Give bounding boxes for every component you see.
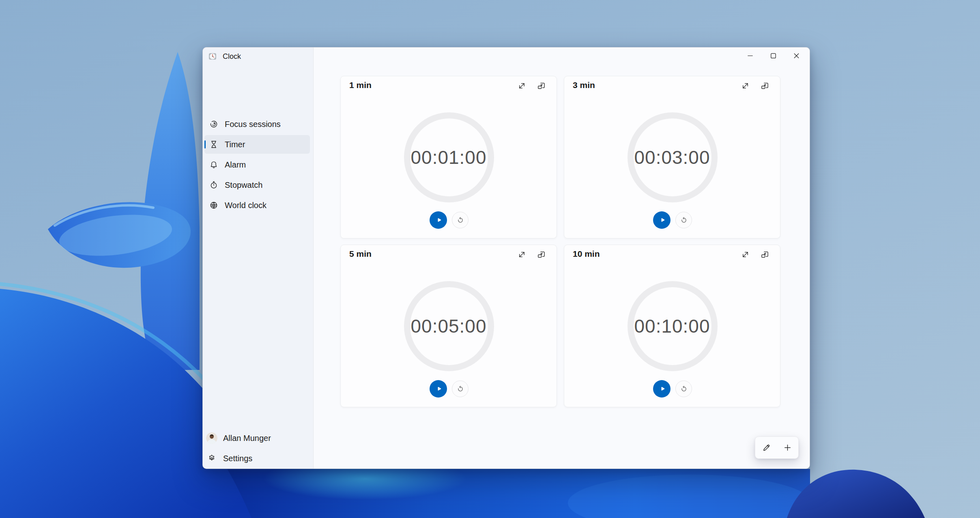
reset-button[interactable] (452, 380, 469, 397)
play-button[interactable] (653, 380, 671, 398)
clock-window: Focus sessions Timer Alarm Stopwatch (202, 47, 810, 469)
pencil-icon (762, 443, 771, 452)
pip-icon (536, 81, 546, 91)
minimize-icon (746, 52, 754, 60)
reset-icon (457, 385, 464, 393)
reset-button[interactable] (452, 212, 469, 228)
expand-icon (517, 81, 527, 91)
desktop: Focus sessions Timer Alarm Stopwatch (0, 0, 980, 518)
timer-time: 00:05:00 (341, 317, 557, 335)
window-title: Clock (223, 52, 241, 61)
timer-page: 1 min 00:01:00 3 min 00:03:00 5 mi (314, 47, 810, 469)
edit-timers-button[interactable] (757, 439, 775, 456)
timer-card-title: 10 min (573, 249, 600, 259)
maximize-icon (769, 52, 778, 60)
sidebar-item-label: Focus sessions (225, 120, 281, 129)
expand-button[interactable] (739, 248, 752, 261)
minimize-button[interactable] (739, 47, 762, 64)
reset-button[interactable] (675, 212, 692, 228)
timer-card-title: 1 min (349, 80, 372, 90)
alarm-icon (209, 160, 218, 169)
timer-toolbar (755, 436, 799, 459)
sidebar-item-label: Alarm (225, 160, 246, 170)
compact-overlay-button[interactable] (535, 248, 548, 261)
stopwatch-icon (209, 181, 218, 189)
gear-icon (207, 454, 216, 463)
sidebar: Focus sessions Timer Alarm Stopwatch (203, 47, 314, 469)
window-controls (739, 47, 808, 64)
close-button[interactable] (785, 47, 808, 64)
compact-overlay-button[interactable] (535, 80, 548, 92)
expand-icon (740, 81, 750, 91)
selection-indicator (204, 140, 206, 148)
expand-button[interactable] (739, 80, 752, 92)
sidebar-item-world-clock[interactable]: World clock (204, 196, 310, 215)
play-icon (658, 385, 666, 393)
expand-button[interactable] (516, 248, 528, 261)
sidebar-item-settings[interactable]: Settings (204, 449, 310, 468)
sidebar-item-label: Timer (225, 140, 245, 149)
timer-time: 00:01:00 (341, 148, 557, 167)
compact-overlay-button[interactable] (759, 248, 771, 261)
pip-icon (760, 249, 770, 260)
play-icon (658, 216, 666, 224)
titlebar[interactable]: Clock (203, 47, 810, 66)
sidebar-item-label: World clock (225, 201, 266, 210)
timer-card: 5 min 00:05:00 (340, 245, 557, 407)
compact-overlay-button[interactable] (759, 80, 771, 92)
settings-label: Settings (223, 454, 252, 463)
sidebar-item-stopwatch[interactable]: Stopwatch (204, 176, 310, 194)
reset-button[interactable] (675, 380, 692, 397)
close-icon (792, 52, 801, 60)
play-button[interactable] (430, 211, 447, 229)
focus-sessions-icon (209, 120, 218, 129)
expand-icon (740, 249, 750, 260)
app-brand: Clock (208, 52, 241, 61)
timer-icon (209, 140, 218, 149)
play-button[interactable] (430, 380, 447, 398)
add-timer-button[interactable] (778, 439, 796, 456)
world-clock-icon (209, 201, 218, 210)
clock-app-icon (208, 52, 217, 61)
user-account-item[interactable]: Allan Munger (204, 429, 310, 447)
expand-icon (517, 249, 527, 260)
pip-icon (760, 81, 770, 91)
expand-button[interactable] (516, 80, 528, 92)
play-icon (435, 216, 443, 224)
sidebar-item-label: Stopwatch (225, 181, 262, 190)
reset-icon (680, 385, 688, 393)
plus-icon (783, 443, 792, 452)
timer-card: 10 min 00:10:00 (564, 245, 780, 407)
reset-icon (680, 217, 688, 224)
timer-time: 00:10:00 (564, 317, 780, 335)
timer-card-title: 5 min (349, 249, 372, 259)
reset-icon (457, 217, 464, 224)
timer-card: 1 min 00:01:00 (340, 76, 557, 239)
timer-card-title: 3 min (573, 80, 595, 90)
timer-time: 00:03:00 (564, 148, 780, 167)
sidebar-nav: Focus sessions Timer Alarm Stopwatch (204, 115, 310, 216)
user-name: Allan Munger (223, 434, 271, 443)
sidebar-item-timer[interactable]: Timer (204, 135, 310, 154)
timer-card: 3 min 00:03:00 (564, 76, 780, 239)
sidebar-item-alarm[interactable]: Alarm (204, 155, 310, 174)
maximize-button[interactable] (762, 47, 785, 64)
sidebar-item-focus-sessions[interactable]: Focus sessions (204, 115, 310, 133)
play-button[interactable] (653, 211, 671, 229)
avatar (206, 432, 217, 444)
pip-icon (536, 249, 546, 260)
play-icon (435, 385, 443, 393)
